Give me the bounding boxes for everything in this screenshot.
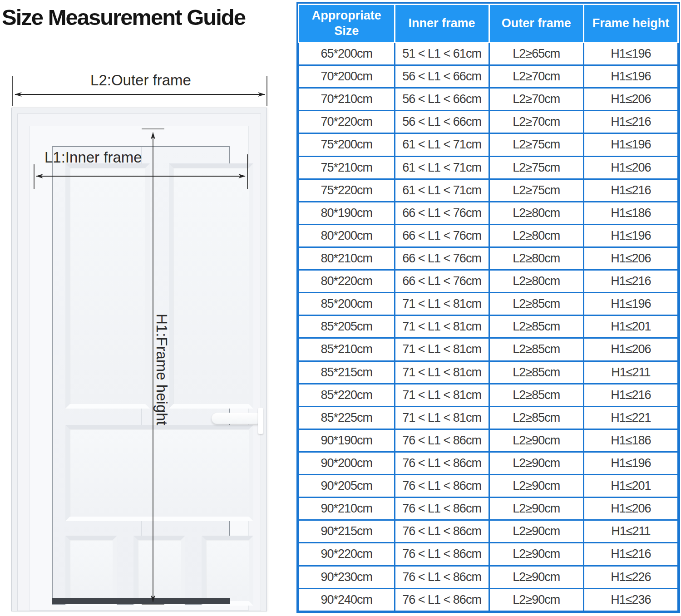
table-cell: H1≤196: [583, 43, 678, 65]
table-row: 90*205cm76 < L1 < 86cmL2≥90cmH1≤201: [299, 475, 678, 498]
table-cell: 70*210cm: [299, 88, 395, 111]
table-cell: 56 < L1 < 66cm: [395, 65, 489, 88]
table-cell: 75*200cm: [299, 133, 395, 156]
door-diagram-pane: Size Measurement Guide: [0, 0, 297, 616]
table-cell: 76 < L1 < 86cm: [395, 566, 489, 588]
table-cell: H1≤196: [583, 224, 678, 247]
table-cell: L2≥65cm: [489, 43, 583, 65]
table-cell: L2≥85cm: [489, 293, 583, 315]
table-cell: 56 < L1 < 66cm: [395, 111, 489, 133]
page-title: Size Measurement Guide: [2, 5, 296, 30]
table-cell: H1≤216: [583, 179, 678, 202]
table-cell: 85*220cm: [299, 384, 395, 406]
table-cell: 75*210cm: [299, 156, 395, 179]
table-row: 85*210cm71 < L1 < 81cmL2≥85cmH1≤206: [299, 338, 678, 361]
table-cell: 66 < L1 < 76cm: [395, 247, 489, 270]
door-handle-plate: [258, 408, 263, 434]
table-cell: L2≥90cm: [489, 452, 583, 474]
table-cell: L2≥70cm: [489, 88, 583, 111]
size-table-header: Appropriate Size Inner frame Outer frame…: [299, 5, 678, 43]
table-row: 80*210cm66 < L1 < 76cmL2≥80cmH1≤206: [299, 247, 678, 270]
table-cell: 90*210cm: [299, 498, 395, 520]
table-cell: 90*200cm: [299, 452, 395, 474]
door-frame-molding: [17, 113, 261, 611]
door-panel: [133, 536, 185, 606]
table-cell: H1≤201: [583, 475, 678, 498]
table-row: 65*200cm51 < L1 < 61cmL2≥65cmH1≤196: [299, 43, 678, 65]
header-inner-frame: Inner frame: [395, 5, 489, 43]
table-row: 70*200cm56 < L1 < 66cmL2≥70cmH1≤196: [299, 65, 678, 88]
size-table: Appropriate Size Inner frame Outer frame…: [298, 4, 679, 612]
table-cell: L2≥75cm: [489, 156, 583, 179]
table-cell: 56 < L1 < 66cm: [395, 88, 489, 111]
table-cell: 85*225cm: [299, 406, 395, 429]
size-table-body: 65*200cm51 < L1 < 61cmL2≥65cmH1≤19670*20…: [299, 43, 678, 611]
table-cell: L2≥90cm: [489, 588, 583, 611]
inner-frame-label: L1:Inner frame: [44, 149, 142, 166]
table-cell: L2≥85cm: [489, 361, 583, 384]
table-cell: L2≥80cm: [489, 202, 583, 224]
table-cell: 90*190cm: [299, 429, 395, 452]
table-cell: 76 < L1 < 86cm: [395, 498, 489, 520]
table-cell: L2≥90cm: [489, 566, 583, 588]
table-cell: 80*210cm: [299, 247, 395, 270]
table-row: 90*215cm76 < L1 < 86cmL2≥90cmH1≤211: [299, 520, 678, 543]
table-cell: H1≤216: [583, 384, 678, 406]
table-cell: 76 < L1 < 86cm: [395, 475, 489, 498]
table-cell: 85*210cm: [299, 338, 395, 361]
table-cell: H1≤216: [583, 543, 678, 566]
table-cell: L2≥85cm: [489, 384, 583, 406]
table-cell: L2≥70cm: [489, 111, 583, 133]
table-cell: 80*190cm: [299, 202, 395, 224]
table-cell: H1≤206: [583, 88, 678, 111]
table-cell: 90*215cm: [299, 520, 395, 543]
table-cell: 90*205cm: [299, 475, 395, 498]
table-cell: H1≤206: [583, 338, 678, 361]
table-row: 70*210cm56 < L1 < 66cmL2≥70cmH1≤206: [299, 88, 678, 111]
door-panel: [169, 163, 253, 409]
table-row: 75*220cm61 < L1 < 71cmL2≥75cmH1≤216: [299, 179, 678, 202]
table-cell: 71 < L1 < 81cm: [395, 338, 489, 361]
table-cell: 71 < L1 < 81cm: [395, 406, 489, 429]
table-cell: H1≤186: [583, 202, 678, 224]
header-row: Appropriate Size Inner frame Outer frame…: [299, 5, 678, 43]
table-cell: L2≥80cm: [489, 247, 583, 270]
table-cell: 80*200cm: [299, 224, 395, 247]
table-cell: H1≤196: [583, 293, 678, 315]
door-handle: [212, 413, 262, 424]
table-cell: H1≤201: [583, 315, 678, 338]
door-panel: [202, 536, 253, 606]
header-outer-frame: Outer frame: [489, 5, 583, 43]
table-cell: H1≤196: [583, 65, 678, 88]
table-row: 75*210cm61 < L1 < 71cmL2≥75cmH1≤206: [299, 156, 678, 179]
table-row: 75*200cm61 < L1 < 71cmL2≥75cmH1≤196: [299, 133, 678, 156]
table-cell: 66 < L1 < 76cm: [395, 224, 489, 247]
table-cell: L2≥85cm: [489, 315, 583, 338]
size-measurement-guide-page: Size Measurement Guide: [0, 0, 681, 616]
table-cell: L2≥90cm: [489, 429, 583, 452]
table-cell: 51 < L1 < 61cm: [395, 43, 489, 65]
table-row: 90*190cm76 < L1 < 86cmL2≥90cmH1≤186: [299, 429, 678, 452]
table-row: 85*220cm71 < L1 < 81cmL2≥85cmH1≤216: [299, 384, 678, 406]
table-row: 85*200cm71 < L1 < 81cmL2≥85cmH1≤196: [299, 293, 678, 315]
table-cell: 76 < L1 < 86cm: [395, 543, 489, 566]
table-cell: 71 < L1 < 81cm: [395, 384, 489, 406]
header-appropriate-size: Appropriate Size: [299, 5, 395, 43]
table-cell: 85*200cm: [299, 293, 395, 315]
table-cell: 85*205cm: [299, 315, 395, 338]
table-cell: L2≥75cm: [489, 133, 583, 156]
table-cell: 65*200cm: [299, 43, 395, 65]
table-row: 85*215cm71 < L1 < 81cmL2≥85cmH1≤211: [299, 361, 678, 384]
table-cell: H1≤206: [583, 498, 678, 520]
table-cell: L2≥80cm: [489, 270, 583, 293]
table-row: 80*190cm66 < L1 < 76cmL2≥80cmH1≤186: [299, 202, 678, 224]
table-cell: L2≥80cm: [489, 224, 583, 247]
door-panel: [65, 536, 117, 606]
table-cell: 76 < L1 < 86cm: [395, 429, 489, 452]
table-cell: 66 < L1 < 76cm: [395, 270, 489, 293]
table-row: 85*205cm71 < L1 < 81cmL2≥85cmH1≤201: [299, 315, 678, 338]
table-cell: 71 < L1 < 81cm: [395, 293, 489, 315]
table-row: 85*225cm71 < L1 < 81cmL2≥85cmH1≤221: [299, 406, 678, 429]
table-cell: 76 < L1 < 86cm: [395, 520, 489, 543]
table-row: 90*240cm76 < L1 < 86cmL2≥90cmH1≤236: [299, 588, 678, 611]
